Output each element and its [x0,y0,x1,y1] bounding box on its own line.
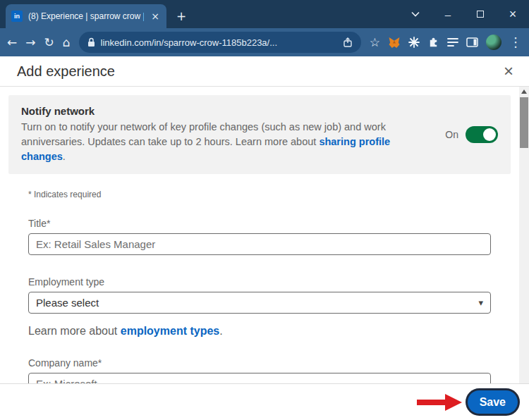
browser-menu-icon[interactable]: ⋮ [509,36,522,49]
extension-area: ☆ ⋮ [370,35,522,50]
browser-tab[interactable]: in (8) Experience | sparrow crow | Li × [6,4,166,28]
scroll-up-arrow-icon[interactable] [521,89,527,94]
employment-type-select[interactable]: Please select ▾ [28,292,491,314]
window-controls: – × [399,0,529,28]
notify-toggle[interactable] [466,126,498,143]
scrollbar-thumb[interactable] [520,97,528,148]
metamask-fox-icon[interactable] [388,37,401,49]
required-note: * Indicates required [28,190,499,199]
employment-type-value: Please select [36,297,99,309]
back-icon[interactable]: ← [7,37,17,49]
bookmark-star-icon[interactable]: ☆ [370,37,380,49]
share-icon[interactable] [343,37,353,47]
minimize-button[interactable]: – [432,0,464,28]
company-name-input[interactable] [28,373,491,383]
company-name-label: Company name* [28,357,499,369]
tab-bar: in (8) Experience | sparrow crow | Li × … [0,0,529,28]
forward-icon[interactable]: → [25,37,35,49]
experience-form: * Indicates required Title* Employment t… [8,190,511,383]
modal-header: Add experience × [0,56,529,87]
add-experience-modal: Add experience × Notify network Turn on … [0,56,529,420]
lock-icon [87,37,95,47]
help-suffix: . [219,325,222,337]
notify-text: Notify network Turn on to notify your ne… [21,105,432,164]
browser-toolbar: ← → ↻ ⌂ linkedin.com/in/sparrow-crow-118… [0,28,529,56]
save-button[interactable]: Save [468,390,518,414]
notify-heading: Notify network [21,105,432,117]
modal-close-icon[interactable]: × [504,63,513,80]
modal-body: Notify network Turn on to notify your ne… [0,87,519,383]
title-input[interactable] [28,233,491,255]
notify-toggle-wrap: On [445,126,498,143]
browser-window: in (8) Experience | sparrow crow | Li × … [0,0,529,420]
maximize-button[interactable] [464,0,497,28]
modal-title: Add experience [17,63,115,80]
new-tab-button[interactable]: + [176,11,186,23]
employment-help-line: Learn more about employment types. [28,325,499,338]
chevron-down-icon[interactable] [399,0,432,28]
toggle-state-label: On [445,129,458,140]
close-window-button[interactable]: × [497,0,529,28]
employment-type-label: Employment type [28,276,499,288]
employment-types-link[interactable]: employment types [121,325,219,337]
help-prefix: Learn more about [28,325,121,337]
reload-icon[interactable]: ↻ [44,37,54,49]
reading-list-icon[interactable] [447,37,458,47]
dropdown-caret-icon: ▾ [478,297,483,308]
snowflake-icon[interactable] [408,37,420,48]
tab-close-icon[interactable]: × [150,11,161,21]
modal-footer: Save [0,383,529,420]
extensions-puzzle-icon[interactable] [427,37,439,49]
notify-network-box: Notify network Turn on to notify your ne… [8,95,511,174]
title-label: Title* [28,218,499,229]
scrollbar[interactable] [519,87,529,383]
linkedin-favicon-icon: in [11,11,23,22]
side-panel-icon[interactable] [466,37,478,47]
url-text: linkedin.com/in/sparrow-crow-1185b223a/.… [101,37,337,48]
notify-body-suffix: . [63,151,66,162]
home-icon[interactable]: ⌂ [63,37,71,49]
notify-body: Turn on to notify your network of key pr… [21,120,432,164]
maximize-icon [477,11,484,18]
tab-title: (8) Experience | sparrow crow | Li [28,11,144,21]
toggle-knob [483,128,496,141]
red-arrow-annotation [415,392,463,413]
address-bar[interactable]: linkedin.com/in/sparrow-crow-1185b223a/.… [79,32,361,53]
profile-avatar[interactable] [486,35,501,50]
